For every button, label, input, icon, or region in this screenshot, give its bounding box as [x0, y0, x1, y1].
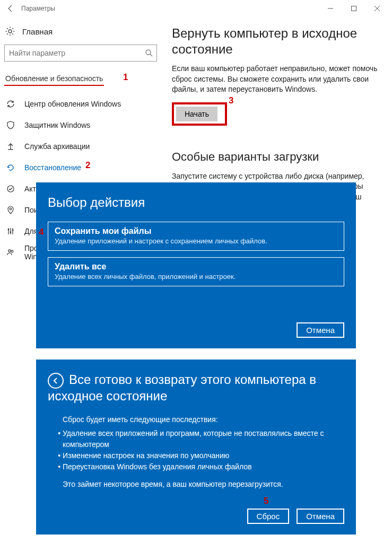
sidebar-item-label: Восстановление: [24, 163, 81, 172]
svg-line-7: [7, 28, 8, 29]
dialog-title: Все готово к возврату этого компьютера в…: [48, 372, 344, 404]
search-input[interactable]: [9, 49, 145, 57]
option-title: Сохранить мои файлы: [55, 226, 337, 236]
sidebar-item-windows-update[interactable]: Центр обновления Windows: [4, 93, 157, 115]
reset-button-highlight: Начать: [172, 102, 227, 126]
svg-line-12: [150, 54, 152, 56]
option-title: Удалить все: [55, 262, 337, 272]
svg-line-8: [12, 33, 13, 34]
svg-point-2: [8, 30, 12, 33]
option-remove-everything[interactable]: Удалить все Удаление всех личных файлов,…: [48, 257, 344, 286]
home-label: Главная: [22, 27, 53, 36]
reset-consequences-list: Удаление всех приложений и программ, кот…: [48, 428, 344, 472]
check-icon: [6, 185, 18, 193]
cancel-button[interactable]: Отмена: [297, 509, 344, 524]
reset-footer-note: Это займет некоторое время, а ваш компью…: [63, 480, 344, 488]
advanced-startup-heading: Особые варианты загрузки: [172, 150, 382, 164]
restore-icon: [6, 163, 18, 172]
dialog-title: Выбор действия: [48, 195, 344, 210]
dialog-title-text: Все готово к возврату этого компьютера в…: [48, 372, 316, 403]
svg-point-21: [12, 230, 14, 231]
sidebar-item-defender[interactable]: Защитник Windows: [4, 115, 157, 136]
svg-point-22: [8, 250, 11, 252]
option-description: Удаление приложений и настроек с сохране…: [55, 237, 337, 245]
list-item: Изменение настроек на значения по умолча…: [63, 450, 344, 461]
search-nav-icon: [6, 206, 18, 214]
list-item: Удаление всех приложений и программ, кот…: [63, 428, 344, 450]
sidebar-item-backup[interactable]: Служба архивации: [4, 136, 157, 157]
svg-point-11: [146, 50, 151, 55]
svg-point-14: [7, 186, 14, 192]
svg-point-23: [11, 250, 13, 252]
option-description: Удаление всех личных файлов, приложений …: [55, 273, 337, 281]
list-item: Переустановка Windows без удаления личны…: [63, 461, 344, 472]
reset-intro: Сброс будет иметь следующие последствия:: [63, 415, 344, 424]
svg-line-10: [12, 28, 13, 29]
shield-icon: [6, 121, 18, 129]
home-link[interactable]: Главная: [4, 24, 157, 45]
svg-point-19: [8, 229, 10, 231]
back-button[interactable]: [3, 1, 18, 16]
dialog-choose-action: Выбор действия Сохранить мои файлы Удале…: [36, 182, 356, 348]
developer-icon: [6, 227, 18, 235]
option-keep-files[interactable]: Сохранить мои файлы Удаление приложений …: [48, 222, 344, 251]
cancel-button[interactable]: Отмена: [297, 322, 344, 338]
svg-point-20: [10, 232, 12, 233]
sidebar-item-label: Служба архивации: [24, 142, 90, 151]
archive-icon: [6, 142, 18, 151]
sidebar-item-label: Центр обновления Windows: [24, 100, 121, 108]
sync-icon: [6, 100, 18, 108]
search-box[interactable]: [4, 45, 157, 62]
category-header: Обновление и безопасность: [4, 72, 104, 86]
close-button[interactable]: [365, 1, 389, 16]
search-icon: [145, 49, 153, 57]
reset-confirm-button[interactable]: Сброс: [247, 509, 290, 524]
sidebar-item-recovery[interactable]: Восстановление: [4, 157, 157, 178]
reset-pc-heading: Вернуть компьютер в исходное состояние: [172, 25, 382, 57]
svg-rect-1: [352, 6, 356, 11]
program-icon: [6, 248, 18, 257]
back-circle-icon[interactable]: [48, 373, 64, 389]
dialog-ready-to-reset: Все готово к возврату этого компьютера в…: [36, 360, 356, 535]
minimize-button[interactable]: [319, 1, 342, 16]
reset-pc-description: Если ваш компьютер работает неправильно,…: [172, 64, 382, 95]
svg-line-9: [7, 33, 8, 34]
sidebar-item-label: Защитник Windows: [24, 121, 90, 129]
svg-point-15: [10, 208, 12, 210]
window-titlebar: Параметры: [0, 0, 392, 17]
maximize-button[interactable]: [342, 1, 365, 16]
gear-icon: [5, 27, 17, 36]
reset-start-button[interactable]: Начать: [176, 107, 217, 121]
window-title: Параметры: [21, 5, 319, 12]
